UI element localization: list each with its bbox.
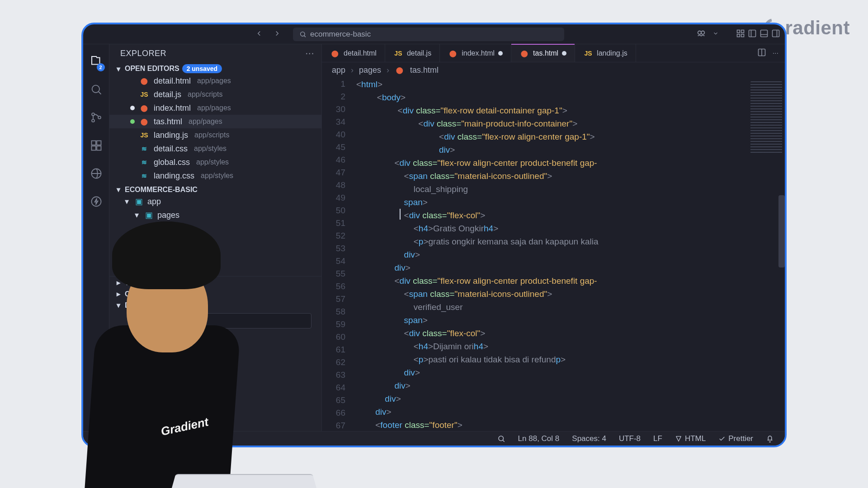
svg-rect-6: [737, 34, 740, 37]
debug-section[interactable]: ▾ DEBUG C: [109, 299, 321, 310]
svg-rect-18: [97, 146, 101, 150]
chevron-down-icon: ▾: [115, 185, 122, 194]
remote-icon[interactable]: [90, 167, 103, 182]
vertical-scrollbar[interactable]: [778, 195, 785, 267]
html-icon: ⬤: [519, 50, 529, 57]
css-icon: ≋: [139, 159, 149, 166]
open-editor-item[interactable]: ⬤tas.htmlapp/pages: [109, 115, 321, 128]
chevron-down-icon[interactable]: [712, 30, 719, 38]
folder-app[interactable]: ▾ ▣ app: [109, 195, 321, 208]
editor-tab[interactable]: JSlanding.js: [575, 44, 636, 62]
editor-tab[interactable]: ⬤index.html: [440, 44, 511, 62]
status-spaces[interactable]: Spaces: 4: [572, 434, 606, 443]
svg-point-14: [98, 116, 101, 119]
breadcrumbs[interactable]: app › pages › ⬤ tas.html: [322, 62, 785, 78]
notifications-icon[interactable]: [766, 435, 774, 443]
search-icon: [299, 31, 307, 38]
crumb-file[interactable]: tas.html: [410, 66, 439, 75]
minimap[interactable]: [750, 81, 782, 154]
open-editor-item[interactable]: JSdetail.jsapp/scripts: [109, 88, 321, 101]
js-icon: JS: [583, 50, 593, 57]
source-control-icon[interactable]: [90, 111, 103, 126]
open-editor-item[interactable]: ≋global.cssapp/styles: [109, 155, 321, 169]
debug-input[interactable]: scape): [137, 313, 311, 328]
open-editor-item[interactable]: ⬤index.htmlapp/pages: [109, 101, 321, 115]
open-editors-section[interactable]: ▾ OPEN EDITORS 2 unsaved: [109, 62, 321, 74]
status-eol[interactable]: LF: [653, 434, 662, 443]
open-editor-item[interactable]: ⬤detail.htmlapp/pages: [109, 74, 321, 88]
more-icon[interactable]: ···: [773, 49, 778, 57]
code-content[interactable]: <html> <body> <div class="flex-row detai…: [356, 78, 744, 431]
timeline-label: TIMEL: [125, 279, 146, 287]
unsaved-pill: 2 unsaved: [182, 64, 222, 73]
tab-strip: ⬤detail.htmlJSdetail.js⬤index.html⬤tas.h…: [322, 44, 785, 62]
activity-bar: 2: [83, 44, 109, 431]
svg-point-1: [301, 32, 305, 36]
css-icon: ≋: [139, 145, 149, 152]
open-editors-list: ⬤detail.htmlapp/pagesJSdetail.jsapp/scri…: [109, 74, 321, 183]
layout-grid-icon[interactable]: [736, 29, 745, 40]
chevron-right-icon: ›: [387, 66, 389, 75]
tree-row-collapsed[interactable]: ▸: [109, 263, 321, 276]
sidebar-title: EXPLORER: [120, 49, 166, 58]
folder-pages[interactable]: ▾ ▣ pages: [109, 208, 321, 222]
accounts-icon[interactable]: [90, 408, 103, 423]
tab-label: tas.html: [533, 49, 558, 57]
extensions-icon[interactable]: [90, 139, 103, 154]
editor-tab[interactable]: ⬤tas.html: [511, 44, 575, 62]
svg-point-3: [701, 31, 704, 34]
debug-input-placeholder: scape): [142, 316, 165, 325]
chevron-down-icon: ▾: [133, 210, 140, 220]
ide-body: 2 EXPLORER ··· ▾ OPEN EDITORS 2 unsav: [83, 44, 785, 431]
chevron-right-icon: ▸: [115, 290, 122, 298]
crumb-app[interactable]: app: [332, 66, 345, 75]
open-editors-label: OPEN EDITORS: [125, 65, 179, 73]
open-editor-item[interactable]: JSlanding.jsapp/scripts: [109, 128, 321, 142]
tab-label: detail.html: [344, 49, 377, 57]
explorer-icon[interactable]: 2: [90, 54, 103, 70]
layout-sidebar-right-icon[interactable]: [771, 29, 780, 40]
layout-panel-icon[interactable]: [760, 29, 769, 40]
status-cursor[interactable]: Ln 88, Col 8: [518, 434, 560, 443]
status-search-icon[interactable]: [497, 435, 505, 443]
chevron-down-icon: ▾: [115, 301, 122, 310]
outline-section[interactable]: ▸ OUTLIN: [109, 288, 321, 299]
tree-file-obscured[interactable]: ⬤: [109, 222, 321, 235]
copilot-icon[interactable]: [696, 28, 706, 40]
svg-point-13: [92, 119, 94, 122]
dirty-indicator-icon: [130, 119, 135, 124]
chevron-right-icon: ▸: [115, 278, 122, 287]
workspace-label: ECOMMERCE-BASIC: [125, 186, 198, 194]
workspace-section[interactable]: ▾ ECOMMERCE-BASIC: [109, 183, 321, 195]
file-name: landing.js: [154, 131, 188, 140]
thunder-icon[interactable]: [90, 195, 103, 210]
explorer-badge: 2: [97, 63, 105, 71]
split-editor-icon[interactable]: [757, 48, 766, 59]
more-icon[interactable]: ···: [305, 47, 314, 59]
editor-tab[interactable]: ⬤detail.html: [322, 44, 385, 62]
status-language[interactable]: HTML: [675, 434, 706, 443]
file-name: index.html: [154, 103, 191, 113]
layout-sidebar-left-icon[interactable]: [748, 29, 757, 40]
svg-rect-8: [749, 30, 756, 37]
crumb-pages[interactable]: pages: [359, 66, 381, 75]
svg-rect-10: [773, 30, 779, 37]
timeline-section[interactable]: ▸ TIMEL: [109, 276, 321, 288]
viewport: radient ecommerce-basic: [0, 0, 868, 488]
status-encoding[interactable]: UTF-8: [619, 434, 641, 443]
forward-icon[interactable]: [273, 29, 281, 39]
tab-label: index.html: [462, 49, 495, 57]
tab-label: landing.js: [597, 49, 627, 57]
open-editor-item[interactable]: ≋detail.cssapp/styles: [109, 142, 321, 155]
command-center[interactable]: ecommerce-basic: [293, 28, 564, 41]
editor-tab[interactable]: JSdetail.js: [385, 44, 440, 62]
open-editor-item[interactable]: ≋landing.cssapp/styles: [109, 169, 321, 183]
chevron-right-icon: ▸: [133, 264, 140, 274]
html-icon: ⬤: [395, 66, 405, 74]
back-icon[interactable]: [255, 29, 263, 39]
folder-icon: ▣: [144, 210, 154, 220]
search-activity-icon[interactable]: [90, 83, 103, 98]
html-icon: ⬤: [139, 118, 149, 125]
status-prettier[interactable]: Prettier: [718, 434, 753, 443]
code-editor[interactable]: 1230344045464748495051525354555657585960…: [322, 78, 785, 431]
